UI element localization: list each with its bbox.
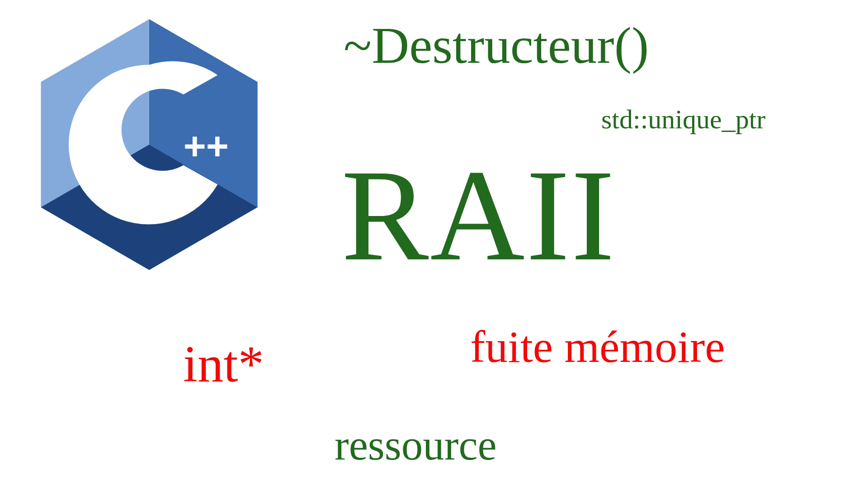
int-pointer-label: int* (183, 334, 264, 394)
cpp-logo-svg: ++ (27, 14, 271, 276)
destructor-label: ~Destructeur() (344, 16, 649, 75)
resource-label: ressource (335, 420, 497, 470)
plus-plus-text: ++ (184, 124, 229, 168)
raii-label: RAII (341, 140, 616, 291)
memory-leak-label: fuite mémoire (470, 321, 725, 373)
unique-ptr-label: std::unique_ptr (601, 104, 765, 135)
cpp-logo: ++ (27, 14, 271, 276)
